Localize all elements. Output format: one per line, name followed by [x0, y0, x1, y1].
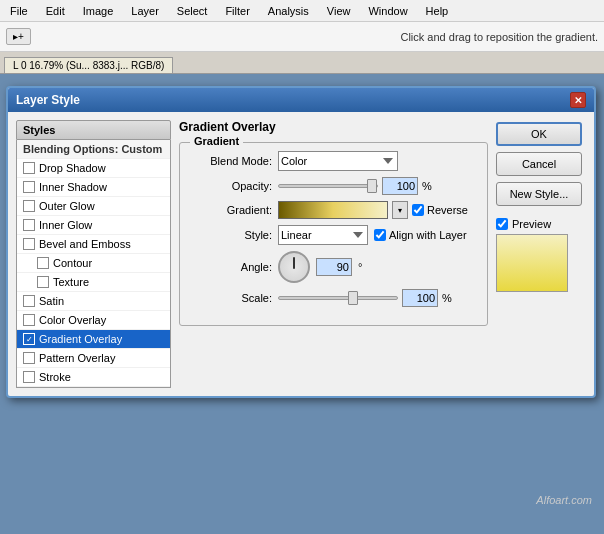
reverse-label[interactable]: Reverse	[412, 204, 468, 216]
color-overlay-label: Color Overlay	[39, 314, 106, 326]
inner-glow-checkbox[interactable]	[23, 219, 35, 231]
settings-panel: Gradient Overlay Gradient Blend Mode: Co…	[179, 120, 488, 388]
drop-shadow-label: Drop Shadow	[39, 162, 106, 174]
gradient-bar-container: ▾ Reverse	[278, 201, 468, 219]
preview-label: Preview	[512, 218, 551, 230]
menu-file[interactable]: File	[4, 3, 34, 19]
outer-glow-checkbox[interactable]	[23, 200, 35, 212]
style-item-texture[interactable]: Texture	[17, 273, 170, 292]
preview-box	[496, 234, 568, 292]
toolbar-hint: Click and drag to reposition the gradien…	[400, 31, 598, 43]
menu-bar: File Edit Image Layer Select Filter Anal…	[0, 0, 604, 22]
opacity-slider-container: 100 %	[278, 177, 432, 195]
scale-label: Scale:	[192, 292, 272, 304]
texture-checkbox[interactable]	[37, 276, 49, 288]
opacity-label: Opacity:	[192, 180, 272, 192]
scale-row: Scale: 100 %	[192, 289, 475, 307]
opacity-unit: %	[422, 180, 432, 192]
scale-unit: %	[442, 292, 452, 304]
gradient-row: Gradient: ▾ Reverse	[192, 201, 475, 219]
ok-button[interactable]: OK	[496, 122, 582, 146]
bevel-emboss-label: Bevel and Emboss	[39, 238, 131, 250]
scale-input[interactable]: 100	[402, 289, 438, 307]
new-style-button[interactable]: New Style...	[496, 182, 582, 206]
preview-section: Preview	[496, 218, 586, 292]
style-item-satin[interactable]: Satin	[17, 292, 170, 311]
move-tool-button[interactable]: ▸+	[6, 28, 31, 45]
stroke-checkbox[interactable]	[23, 371, 35, 383]
menu-image[interactable]: Image	[77, 3, 120, 19]
pattern-overlay-label: Pattern Overlay	[39, 352, 115, 364]
menu-help[interactable]: Help	[420, 3, 455, 19]
blend-mode-select[interactable]: Color Normal Multiply Screen Overlay	[278, 151, 398, 171]
angle-label: Angle:	[192, 261, 272, 273]
menu-analysis[interactable]: Analysis	[262, 3, 315, 19]
angle-dial[interactable]	[278, 251, 310, 283]
scale-slider-container: 100 %	[278, 289, 452, 307]
style-item-pattern-overlay[interactable]: Pattern Overlay	[17, 349, 170, 368]
buttons-panel: OK Cancel New Style... Preview	[496, 120, 586, 388]
contour-label: Contour	[53, 257, 92, 269]
opacity-row: Opacity: 100 %	[192, 177, 475, 195]
satin-label: Satin	[39, 295, 64, 307]
angle-input[interactable]: 90	[316, 258, 352, 276]
style-item-gradient-overlay[interactable]: ✓ Gradient Overlay	[17, 330, 170, 349]
style-item-color-overlay[interactable]: Color Overlay	[17, 311, 170, 330]
align-layer-label[interactable]: Align with Layer	[374, 229, 467, 241]
move-tool-icon: ▸+	[13, 31, 24, 42]
dialog-close-button[interactable]: ✕	[570, 92, 586, 108]
style-item-contour[interactable]: Contour	[17, 254, 170, 273]
watermark: Alfoart.com	[536, 494, 592, 506]
blend-mode-row: Blend Mode: Color Normal Multiply Screen…	[192, 151, 475, 171]
gradient-bar[interactable]	[278, 201, 388, 219]
reverse-checkbox[interactable]	[412, 204, 424, 216]
dialog-title: Layer Style	[16, 93, 80, 107]
contour-checkbox[interactable]	[37, 257, 49, 269]
bevel-emboss-checkbox[interactable]	[23, 238, 35, 250]
angle-unit: °	[358, 261, 362, 273]
style-item-drop-shadow[interactable]: Drop Shadow	[17, 159, 170, 178]
gradient-dropdown-btn[interactable]: ▾	[392, 201, 408, 219]
doc-tab[interactable]: L 0 16.79% (Su... 8383.j... RGB/8)	[4, 57, 173, 73]
menu-view[interactable]: View	[321, 3, 357, 19]
style-select[interactable]: Linear Radial Angle Reflected Diamond	[278, 225, 368, 245]
menu-edit[interactable]: Edit	[40, 3, 71, 19]
satin-checkbox[interactable]	[23, 295, 35, 307]
style-item-inner-shadow[interactable]: Inner Shadow	[17, 178, 170, 197]
menu-filter[interactable]: Filter	[219, 3, 255, 19]
preview-checkbox[interactable]	[496, 218, 508, 230]
texture-label: Texture	[53, 276, 89, 288]
gradient-label: Gradient:	[192, 204, 272, 216]
styles-panel-header: Styles	[16, 120, 171, 140]
style-label: Style:	[192, 229, 272, 241]
opacity-input[interactable]: 100	[382, 177, 418, 195]
stroke-label: Stroke	[39, 371, 71, 383]
opacity-slider[interactable]	[278, 184, 378, 188]
style-item-stroke[interactable]: Stroke	[17, 368, 170, 387]
pattern-overlay-checkbox[interactable]	[23, 352, 35, 364]
color-overlay-checkbox[interactable]	[23, 314, 35, 326]
inner-glow-label: Inner Glow	[39, 219, 92, 231]
blend-mode-label: Blend Mode:	[192, 155, 272, 167]
cancel-button[interactable]: Cancel	[496, 152, 582, 176]
angle-row: Angle: 90 °	[192, 251, 475, 283]
style-item-outer-glow[interactable]: Outer Glow	[17, 197, 170, 216]
styles-panel: Styles Blending Options: Custom Drop Sha…	[16, 120, 171, 388]
style-item-bevel-emboss[interactable]: Bevel and Emboss	[17, 235, 170, 254]
blending-options-label: Blending Options: Custom	[23, 143, 162, 155]
align-layer-checkbox[interactable]	[374, 229, 386, 241]
style-item-blending[interactable]: Blending Options: Custom	[17, 140, 170, 159]
menu-window[interactable]: Window	[362, 3, 413, 19]
drop-shadow-checkbox[interactable]	[23, 162, 35, 174]
gradient-overlay-title: Gradient Overlay	[179, 120, 488, 134]
gradient-overlay-checkbox[interactable]: ✓	[23, 333, 35, 345]
scale-slider[interactable]	[278, 296, 398, 300]
dialog-titlebar: Layer Style ✕	[8, 88, 594, 112]
outer-glow-label: Outer Glow	[39, 200, 95, 212]
menu-layer[interactable]: Layer	[125, 3, 165, 19]
style-item-inner-glow[interactable]: Inner Glow	[17, 216, 170, 235]
menu-select[interactable]: Select	[171, 3, 214, 19]
inner-shadow-checkbox[interactable]	[23, 181, 35, 193]
reverse-text: Reverse	[427, 204, 468, 216]
align-layer-text: Align with Layer	[389, 229, 467, 241]
